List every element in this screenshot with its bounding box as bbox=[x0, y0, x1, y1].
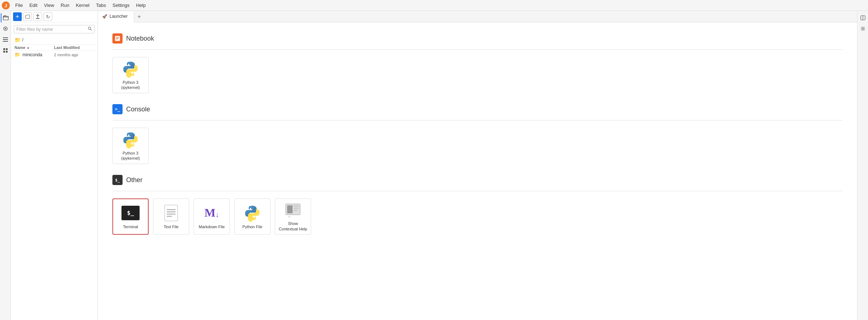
tab-launcher-label: Launcher bbox=[109, 14, 128, 19]
markdown-icon: M ↓ bbox=[203, 204, 221, 222]
search-box bbox=[14, 25, 95, 33]
svg-text:J: J bbox=[4, 3, 7, 8]
console-section-title: Console bbox=[126, 106, 150, 113]
sort-arrow-icon: ▲ bbox=[26, 46, 30, 49]
sidebar-icon-folder[interactable] bbox=[1, 13, 10, 22]
svg-rect-30 bbox=[287, 205, 293, 213]
card-python-file-label: Python File bbox=[242, 224, 262, 229]
console-divider bbox=[112, 120, 843, 120]
console-section-icon: >_ bbox=[112, 104, 123, 114]
card-terminal-label: Terminal bbox=[123, 224, 138, 229]
left-sidebar-icons bbox=[0, 11, 11, 320]
svg-rect-12 bbox=[36, 18, 40, 19]
sidebar-icon-extensions[interactable] bbox=[1, 46, 10, 55]
console-section-header: >_ Console bbox=[112, 104, 843, 114]
sidebar-icon-circle[interactable] bbox=[1, 24, 10, 33]
search-input[interactable] bbox=[16, 27, 88, 32]
svg-rect-15 bbox=[115, 36, 120, 41]
tab-bar: 🚀 Launcher + bbox=[98, 11, 857, 22]
launcher-content: Notebook bbox=[98, 22, 857, 320]
svg-point-4 bbox=[5, 28, 6, 29]
menu-run[interactable]: Run bbox=[58, 2, 72, 9]
notebook-section-icon bbox=[112, 33, 123, 44]
svg-point-28 bbox=[253, 217, 255, 218]
upload-button[interactable] bbox=[33, 12, 42, 21]
other-section-icon: $_ bbox=[112, 175, 123, 185]
other-section-title: Other bbox=[126, 176, 142, 184]
card-contextual-help-label: Show Contextual Help bbox=[278, 221, 308, 231]
svg-rect-33 bbox=[294, 210, 297, 211]
new-file-button[interactable]: + bbox=[13, 12, 22, 21]
svg-point-20 bbox=[128, 135, 129, 136]
svg-rect-32 bbox=[294, 208, 299, 209]
console-cards: Python 3 (ipykernel) bbox=[112, 128, 843, 164]
card-contextual-help[interactable]: Show Contextual Help bbox=[275, 198, 311, 235]
sidebar-icon-list[interactable] bbox=[1, 35, 10, 44]
svg-point-21 bbox=[132, 143, 133, 145]
svg-marker-34 bbox=[288, 216, 291, 218]
svg-rect-5 bbox=[3, 37, 8, 38]
svg-rect-22 bbox=[165, 205, 178, 221]
menu-file[interactable]: File bbox=[12, 2, 26, 9]
file-list: 📁 miniconda 2 months ago bbox=[11, 51, 98, 320]
svg-point-18 bbox=[128, 64, 129, 65]
app-logo: J bbox=[1, 1, 10, 10]
other-divider bbox=[112, 191, 843, 191]
menu-view[interactable]: View bbox=[41, 2, 57, 9]
menu-bar: J File Edit View Run Kernel Tabs Setting… bbox=[0, 0, 868, 11]
svg-point-19 bbox=[132, 73, 133, 74]
refresh-button[interactable]: ↻ bbox=[44, 12, 52, 21]
file-item-name: miniconda bbox=[22, 52, 52, 57]
text-file-icon bbox=[162, 204, 180, 222]
file-panel: + ↻ 📁 / Name ▲ Last Modified bbox=[11, 11, 98, 320]
python-logo-icon bbox=[121, 60, 140, 78]
contextual-help-icon bbox=[284, 202, 302, 219]
right-sidebar bbox=[857, 11, 868, 320]
breadcrumb-path: / bbox=[22, 37, 23, 42]
menu-help[interactable]: Help bbox=[133, 2, 149, 9]
svg-rect-31 bbox=[294, 205, 299, 207]
svg-rect-6 bbox=[3, 39, 8, 40]
svg-point-13 bbox=[88, 27, 91, 30]
python-logo-console-icon bbox=[121, 131, 140, 148]
column-name-header[interactable]: Name ▲ bbox=[15, 45, 54, 50]
card-notebook-python3[interactable]: Python 3 (ipykernel) bbox=[112, 57, 149, 93]
menu-kernel[interactable]: Kernel bbox=[73, 2, 92, 9]
notebook-divider bbox=[112, 49, 843, 50]
menu-tabs[interactable]: Tabs bbox=[93, 2, 109, 9]
menu-edit[interactable]: Edit bbox=[26, 2, 40, 9]
other-cards: $_ Terminal bbox=[112, 198, 843, 235]
svg-rect-10 bbox=[3, 51, 5, 53]
right-sidebar-settings-icon[interactable] bbox=[858, 24, 868, 33]
svg-rect-9 bbox=[6, 48, 8, 50]
file-item-date: 2 months ago bbox=[54, 53, 94, 57]
card-console-python3[interactable]: Python 3 (ipykernel) bbox=[112, 128, 149, 164]
card-python-file[interactable]: Python File bbox=[234, 198, 270, 235]
breadcrumb: 📁 / bbox=[11, 36, 98, 44]
column-modified-header: Last Modified bbox=[54, 45, 94, 50]
card-notebook-python3-label: Python 3 (ipykernel) bbox=[116, 80, 145, 90]
search-icon bbox=[88, 26, 92, 32]
python-file-icon bbox=[243, 204, 261, 222]
file-list-header: Name ▲ Last Modified bbox=[11, 44, 98, 51]
svg-rect-8 bbox=[3, 48, 5, 50]
menu-settings[interactable]: Settings bbox=[109, 2, 132, 9]
open-folder-button[interactable] bbox=[23, 12, 32, 21]
tab-add-button[interactable]: + bbox=[134, 12, 144, 22]
breadcrumb-folder-icon: 📁 bbox=[15, 37, 21, 43]
svg-rect-7 bbox=[3, 41, 8, 42]
file-item-miniconda[interactable]: 📁 miniconda 2 months ago bbox=[11, 51, 98, 58]
card-console-python3-label: Python 3 (ipykernel) bbox=[116, 151, 145, 161]
card-terminal[interactable]: $_ Terminal bbox=[112, 198, 149, 235]
right-sidebar-top-icon[interactable] bbox=[858, 13, 868, 22]
svg-rect-11 bbox=[6, 51, 8, 53]
card-markdown-file-label: Markdown File bbox=[199, 224, 225, 229]
notebook-section-header: Notebook bbox=[112, 33, 843, 44]
content-section: 🚀 Launcher + Notebook bbox=[98, 11, 857, 320]
card-text-file[interactable]: Text File bbox=[153, 198, 189, 235]
tab-launcher[interactable]: 🚀 Launcher bbox=[98, 11, 134, 22]
folder-item-icon: 📁 bbox=[15, 52, 20, 57]
card-markdown-file[interactable]: M ↓ Markdown File bbox=[194, 198, 230, 235]
tab-launcher-icon: 🚀 bbox=[102, 14, 107, 19]
notebook-section-title: Notebook bbox=[126, 35, 154, 42]
